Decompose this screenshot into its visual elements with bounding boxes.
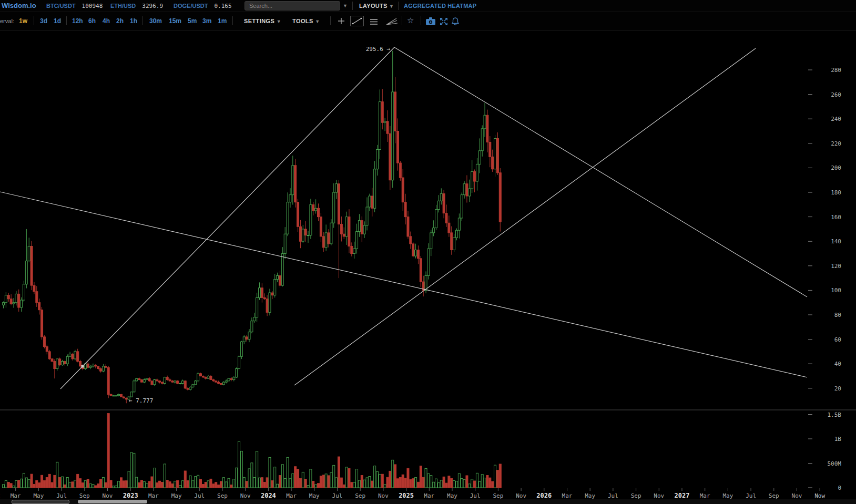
chevron-down-icon: ▼ <box>389 4 394 9</box>
price-axis-label: 140 <box>831 238 841 245</box>
trend-line[interactable] <box>60 47 394 389</box>
interval-button-15m[interactable]: 15m <box>169 17 181 25</box>
camera-icon[interactable] <box>426 17 435 27</box>
price-axis[interactable]: 280260240220200180160140120100806040201.… <box>808 67 841 491</box>
time-axis-label: Sep <box>493 492 503 499</box>
divider <box>66 16 67 25</box>
settings-menu[interactable]: SETTINGS ▼ <box>244 18 281 24</box>
trend-line[interactable] <box>294 48 756 385</box>
time-axis-label: Sep <box>355 492 365 499</box>
watchlist-item-doge[interactable]: DOGE/USDT0.165 <box>174 3 232 9</box>
volume-axis-label: 1.5B <box>828 412 842 418</box>
time-axis[interactable]: 2022MarMayJulSepNov2023MarMayJulSepNov20… <box>0 488 826 499</box>
ticker-price: 3296.9 <box>142 3 163 9</box>
horizontal-scrollbar[interactable] <box>0 499 856 504</box>
time-axis-label: May <box>585 492 595 499</box>
time-axis-label: Jul <box>56 492 67 499</box>
interval-button-5m[interactable]: 5m <box>188 17 197 25</box>
interval-button-3m[interactable]: 3m <box>202 17 211 25</box>
divider <box>330 16 331 25</box>
chevron-down-icon: ▼ <box>315 19 320 24</box>
time-axis-year-label: 2027 <box>675 492 690 499</box>
chart-canvas[interactable]: 295.6 →← 7.77728026024022020018016014012… <box>0 30 856 504</box>
time-axis-label: Mar <box>562 492 573 499</box>
time-axis-label: Nov <box>654 492 664 499</box>
trend-line[interactable] <box>0 192 807 377</box>
interval-button-2h[interactable]: 2h <box>116 17 124 25</box>
price-volume-plot[interactable]: 295.6 →← 7.77728026024022020018016014012… <box>0 30 856 504</box>
time-axis-label: Nov <box>378 492 389 499</box>
time-axis-label: Nov <box>792 492 802 499</box>
aggregated-heatmap-link[interactable]: AGGREGATED HEATMAP <box>404 3 476 9</box>
interval-label: erval: <box>0 18 14 24</box>
tools-menu[interactable]: TOOLS ▼ <box>292 18 320 24</box>
layouts-menu[interactable]: LAYOUTS ▼ <box>359 3 394 9</box>
divider <box>142 16 142 25</box>
bell-icon[interactable] <box>451 17 460 28</box>
divider <box>352 2 353 10</box>
interval-button-30m[interactable]: 30m <box>149 17 162 25</box>
price-annotation: ← 7.777 <box>129 397 153 404</box>
app-logo[interactable]: Wisdom.io <box>2 2 36 9</box>
drawing-anchor-handle[interactable] <box>81 365 84 368</box>
time-axis-label: Jul <box>470 492 481 499</box>
price-axis-label: 100 <box>831 287 841 294</box>
chevron-down-icon: ▼ <box>277 19 281 24</box>
trend-line-drawings[interactable]: 295.6 →← 7.777 <box>0 46 807 404</box>
price-annotation: 295.6 → <box>366 46 391 53</box>
time-axis-year-label: 2026 <box>536 492 552 499</box>
trendline-tool-icon[interactable] <box>350 16 364 26</box>
time-axis-label: Sep <box>631 492 641 499</box>
search-dropdown-icon[interactable]: ▼ <box>343 3 348 8</box>
interval-button-4h[interactable]: 4h <box>103 17 110 25</box>
time-axis-label: Mar <box>11 492 21 499</box>
price-axis-label: 80 <box>834 312 841 318</box>
divider <box>421 16 421 25</box>
time-axis-label: Jul <box>332 492 343 499</box>
time-axis-label: Nov <box>240 492 251 499</box>
time-axis-label: May <box>447 492 457 499</box>
interval-button-12h[interactable]: 12h <box>72 17 83 25</box>
price-axis-label: 20 <box>834 385 841 392</box>
time-axis-label: Mar <box>700 492 710 499</box>
scrollbar-handle-right[interactable] <box>78 500 147 503</box>
indicators-list-icon[interactable] <box>370 18 378 27</box>
time-axis-label: May <box>33 492 44 499</box>
price-axis-label: 260 <box>831 91 841 98</box>
interval-button-1d[interactable]: 1d <box>54 17 61 25</box>
scrollbar-handle-left[interactable] <box>12 500 69 504</box>
divider <box>398 2 399 10</box>
time-axis-label: Jul <box>194 492 205 499</box>
crosshair-plus-icon[interactable] <box>338 17 345 27</box>
chart-toolbar: erval: 1w 3d 1d 12h 6h 4h 2h 1h 30m 15m … <box>0 12 856 30</box>
time-axis-label: Now <box>814 492 825 499</box>
time-axis-label: Sep <box>769 492 779 499</box>
time-axis-label: May <box>171 492 182 499</box>
ticker-price: 0.165 <box>214 3 231 9</box>
price-axis-label: 60 <box>834 336 841 343</box>
interval-button-1m[interactable]: 1m <box>218 17 227 25</box>
interval-button-1w-active[interactable]: 1w <box>19 17 27 25</box>
star-icon[interactable]: ☆ <box>407 16 414 25</box>
price-axis-label: 240 <box>831 116 841 122</box>
fullscreen-expand-icon[interactable] <box>440 17 448 28</box>
time-axis-label: May <box>722 492 733 499</box>
ticker-symbol: DOGE/USDT <box>174 3 208 9</box>
divider <box>232 16 233 25</box>
time-axis-label: Mar <box>148 492 159 499</box>
watchlist-item-eth[interactable]: ETH/USD3296.9 <box>110 3 163 9</box>
interval-button-3d[interactable]: 3d <box>40 17 47 25</box>
volume-axis-label: 0 <box>838 485 841 491</box>
price-axis-label: 40 <box>834 361 841 367</box>
interval-button-6h[interactable]: 6h <box>88 17 96 25</box>
time-axis-label: May <box>309 492 320 499</box>
time-axis-label: Nov <box>516 492 526 499</box>
search-input[interactable] <box>244 1 340 11</box>
interval-button-1h[interactable]: 1h <box>130 17 137 25</box>
price-axis-label: 180 <box>831 189 841 196</box>
time-axis-year-label: 2023 <box>123 492 138 499</box>
watchlist-item-btc[interactable]: BTC/USDT100948 <box>46 3 103 9</box>
top-bar: Wisdom.io BTC/USDT100948 ETH/USD3296.9 D… <box>0 0 856 12</box>
fan-lines-icon[interactable] <box>385 17 398 28</box>
trend-line[interactable] <box>394 47 807 297</box>
